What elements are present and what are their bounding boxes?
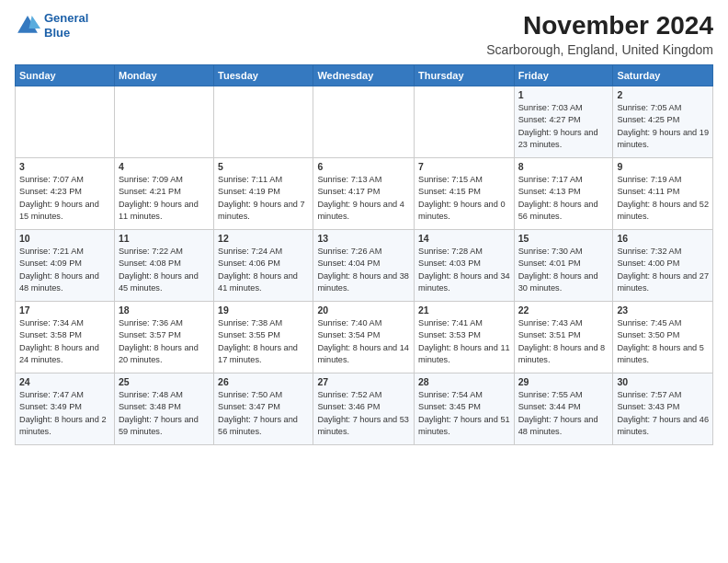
logo-icon bbox=[15, 13, 40, 39]
table-row: 13Sunrise: 7:26 AMSunset: 4:04 PMDayligh… bbox=[313, 230, 415, 302]
col-thursday: Thursday bbox=[415, 65, 515, 86]
col-sunday: Sunday bbox=[16, 65, 115, 86]
table-row: 3Sunrise: 7:07 AMSunset: 4:23 PMDaylight… bbox=[16, 158, 115, 230]
day-number: 3 bbox=[19, 161, 110, 172]
day-info: Sunrise: 7:50 AMSunset: 3:47 PMDaylight:… bbox=[218, 389, 309, 438]
table-row: 6Sunrise: 7:13 AMSunset: 4:17 PMDaylight… bbox=[313, 158, 415, 230]
day-info: Sunrise: 7:48 AMSunset: 3:48 PMDaylight:… bbox=[119, 389, 210, 438]
page: General Blue November 2024 Scarborough, … bbox=[0, 0, 728, 563]
day-number: 4 bbox=[119, 161, 210, 172]
day-info: Sunrise: 7:28 AMSunset: 4:03 PMDaylight:… bbox=[418, 246, 510, 294]
day-number: 10 bbox=[19, 233, 110, 244]
table-row: 26Sunrise: 7:50 AMSunset: 3:47 PMDayligh… bbox=[214, 373, 313, 445]
day-number: 21 bbox=[418, 304, 510, 316]
day-info: Sunrise: 7:43 AMSunset: 3:51 PMDaylight:… bbox=[518, 317, 609, 366]
day-number: 5 bbox=[218, 161, 309, 172]
day-info: Sunrise: 7:34 AMSunset: 3:58 PMDaylight:… bbox=[19, 317, 110, 366]
logo-line1: General bbox=[44, 11, 88, 25]
calendar-week-row: 17Sunrise: 7:34 AMSunset: 3:58 PMDayligh… bbox=[16, 302, 713, 373]
day-number: 13 bbox=[317, 233, 410, 244]
day-info: Sunrise: 7:47 AMSunset: 3:49 PMDaylight:… bbox=[19, 389, 110, 438]
table-row bbox=[16, 86, 115, 158]
day-number: 18 bbox=[119, 304, 210, 316]
table-row: 5Sunrise: 7:11 AMSunset: 4:19 PMDaylight… bbox=[214, 158, 313, 230]
table-row: 27Sunrise: 7:52 AMSunset: 3:46 PMDayligh… bbox=[313, 373, 415, 445]
logo: General Blue bbox=[15, 11, 88, 40]
day-number: 28 bbox=[418, 376, 510, 387]
table-row: 12Sunrise: 7:24 AMSunset: 4:06 PMDayligh… bbox=[214, 230, 313, 302]
logo-text: General Blue bbox=[44, 11, 88, 40]
calendar-week-row: 1Sunrise: 7:03 AMSunset: 4:27 PMDaylight… bbox=[16, 86, 713, 158]
day-number: 16 bbox=[617, 233, 709, 244]
day-info: Sunrise: 7:15 AMSunset: 4:15 PMDaylight:… bbox=[418, 174, 510, 223]
day-number: 15 bbox=[518, 233, 609, 244]
calendar-week-row: 24Sunrise: 7:47 AMSunset: 3:49 PMDayligh… bbox=[16, 373, 713, 445]
title-block: November 2024 Scarborough, England, Unit… bbox=[486, 11, 713, 57]
col-tuesday: Tuesday bbox=[214, 65, 313, 86]
day-info: Sunrise: 7:45 AMSunset: 3:50 PMDaylight:… bbox=[617, 317, 709, 366]
logo-line2: Blue bbox=[44, 26, 70, 40]
day-number: 26 bbox=[218, 376, 309, 387]
main-title: November 2024 bbox=[486, 11, 713, 40]
day-info: Sunrise: 7:40 AMSunset: 3:54 PMDaylight:… bbox=[317, 317, 410, 366]
day-number: 14 bbox=[418, 233, 510, 244]
day-info: Sunrise: 7:22 AMSunset: 4:08 PMDaylight:… bbox=[119, 246, 210, 294]
day-info: Sunrise: 7:11 AMSunset: 4:19 PMDaylight:… bbox=[218, 174, 309, 223]
day-number: 24 bbox=[19, 376, 110, 387]
col-wednesday: Wednesday bbox=[313, 65, 415, 86]
day-number: 12 bbox=[218, 233, 309, 244]
day-info: Sunrise: 7:54 AMSunset: 3:45 PMDaylight:… bbox=[418, 389, 510, 438]
day-number: 1 bbox=[518, 89, 609, 100]
day-info: Sunrise: 7:07 AMSunset: 4:23 PMDaylight:… bbox=[19, 174, 110, 223]
table-row: 28Sunrise: 7:54 AMSunset: 3:45 PMDayligh… bbox=[415, 373, 515, 445]
table-row: 7Sunrise: 7:15 AMSunset: 4:15 PMDaylight… bbox=[415, 158, 515, 230]
day-number: 7 bbox=[418, 161, 510, 172]
table-row bbox=[415, 86, 515, 158]
day-info: Sunrise: 7:24 AMSunset: 4:06 PMDaylight:… bbox=[218, 246, 309, 294]
table-row: 17Sunrise: 7:34 AMSunset: 3:58 PMDayligh… bbox=[16, 302, 115, 373]
col-monday: Monday bbox=[114, 65, 213, 86]
table-row: 15Sunrise: 7:30 AMSunset: 4:01 PMDayligh… bbox=[514, 230, 613, 302]
day-number: 17 bbox=[19, 304, 110, 316]
table-row bbox=[313, 86, 415, 158]
day-info: Sunrise: 7:05 AMSunset: 4:25 PMDaylight:… bbox=[617, 102, 709, 151]
day-info: Sunrise: 7:57 AMSunset: 3:43 PMDaylight:… bbox=[617, 389, 709, 438]
calendar-header-row: Sunday Monday Tuesday Wednesday Thursday… bbox=[16, 65, 713, 86]
day-number: 19 bbox=[218, 304, 309, 316]
day-info: Sunrise: 7:09 AMSunset: 4:21 PMDaylight:… bbox=[119, 174, 210, 223]
table-row: 22Sunrise: 7:43 AMSunset: 3:51 PMDayligh… bbox=[514, 302, 613, 373]
table-row: 4Sunrise: 7:09 AMSunset: 4:21 PMDaylight… bbox=[114, 158, 213, 230]
day-info: Sunrise: 7:32 AMSunset: 4:00 PMDaylight:… bbox=[617, 246, 709, 294]
calendar-table: Sunday Monday Tuesday Wednesday Thursday… bbox=[15, 64, 713, 445]
day-info: Sunrise: 7:03 AMSunset: 4:27 PMDaylight:… bbox=[518, 102, 609, 151]
table-row: 24Sunrise: 7:47 AMSunset: 3:49 PMDayligh… bbox=[16, 373, 115, 445]
day-number: 27 bbox=[317, 376, 410, 387]
table-row: 2Sunrise: 7:05 AMSunset: 4:25 PMDaylight… bbox=[613, 86, 713, 158]
table-row: 16Sunrise: 7:32 AMSunset: 4:00 PMDayligh… bbox=[613, 230, 713, 302]
day-number: 9 bbox=[617, 161, 709, 172]
table-row bbox=[214, 86, 313, 158]
table-row: 21Sunrise: 7:41 AMSunset: 3:53 PMDayligh… bbox=[415, 302, 515, 373]
day-number: 23 bbox=[617, 304, 709, 316]
day-info: Sunrise: 7:26 AMSunset: 4:04 PMDaylight:… bbox=[317, 246, 410, 294]
table-row: 14Sunrise: 7:28 AMSunset: 4:03 PMDayligh… bbox=[415, 230, 515, 302]
day-info: Sunrise: 7:30 AMSunset: 4:01 PMDaylight:… bbox=[518, 246, 609, 294]
table-row: 1Sunrise: 7:03 AMSunset: 4:27 PMDaylight… bbox=[514, 86, 613, 158]
table-row bbox=[114, 86, 213, 158]
day-number: 29 bbox=[518, 376, 609, 387]
subtitle: Scarborough, England, United Kingdom bbox=[486, 42, 713, 57]
table-row: 8Sunrise: 7:17 AMSunset: 4:13 PMDaylight… bbox=[514, 158, 613, 230]
table-row: 23Sunrise: 7:45 AMSunset: 3:50 PMDayligh… bbox=[613, 302, 713, 373]
table-row: 9Sunrise: 7:19 AMSunset: 4:11 PMDaylight… bbox=[613, 158, 713, 230]
calendar-week-row: 3Sunrise: 7:07 AMSunset: 4:23 PMDaylight… bbox=[16, 158, 713, 230]
table-row: 25Sunrise: 7:48 AMSunset: 3:48 PMDayligh… bbox=[114, 373, 213, 445]
day-info: Sunrise: 7:38 AMSunset: 3:55 PMDaylight:… bbox=[218, 317, 309, 366]
day-info: Sunrise: 7:19 AMSunset: 4:11 PMDaylight:… bbox=[617, 174, 709, 223]
day-info: Sunrise: 7:52 AMSunset: 3:46 PMDaylight:… bbox=[317, 389, 410, 438]
calendar-week-row: 10Sunrise: 7:21 AMSunset: 4:09 PMDayligh… bbox=[16, 230, 713, 302]
day-info: Sunrise: 7:17 AMSunset: 4:13 PMDaylight:… bbox=[518, 174, 609, 223]
day-info: Sunrise: 7:41 AMSunset: 3:53 PMDaylight:… bbox=[418, 317, 510, 366]
col-friday: Friday bbox=[514, 65, 613, 86]
table-row: 18Sunrise: 7:36 AMSunset: 3:57 PMDayligh… bbox=[114, 302, 213, 373]
day-number: 2 bbox=[617, 89, 709, 100]
